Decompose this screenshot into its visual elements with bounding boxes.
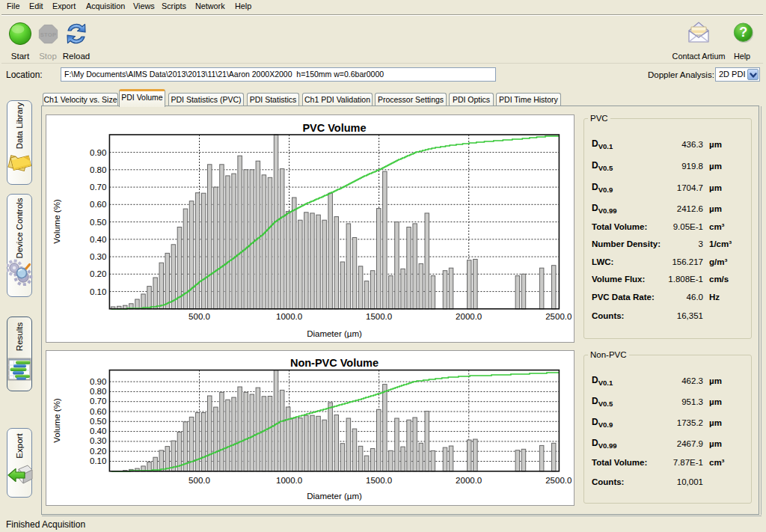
svg-text:0.20: 0.20 <box>90 269 106 278</box>
svg-text:2500.0: 2500.0 <box>545 312 572 321</box>
svg-text:0.70: 0.70 <box>90 397 106 406</box>
svg-text:Diameter (µm): Diameter (µm) <box>307 329 362 338</box>
svg-text:0.40: 0.40 <box>90 235 106 244</box>
svg-text:0.90: 0.90 <box>90 377 106 386</box>
svg-text:2000.0: 2000.0 <box>456 476 482 485</box>
svg-text:0.20: 0.20 <box>90 447 106 456</box>
svg-text:0.60: 0.60 <box>90 200 106 209</box>
svg-text:0.40: 0.40 <box>90 426 106 435</box>
svg-text:Diameter (µm): Diameter (µm) <box>307 492 362 501</box>
svg-text:1000.0: 1000.0 <box>276 476 302 485</box>
svg-text:1500.0: 1500.0 <box>366 476 392 485</box>
svg-text:500.0: 500.0 <box>189 312 210 321</box>
svg-text:1500.0: 1500.0 <box>366 312 392 321</box>
svg-text:Non-PVC Volume: Non-PVC Volume <box>290 357 379 369</box>
svg-text:?: ? <box>739 25 747 40</box>
svg-text:0.80: 0.80 <box>90 387 106 396</box>
svg-text:PVC Volume: PVC Volume <box>302 122 366 134</box>
svg-text:0.10: 0.10 <box>90 456 106 465</box>
svg-text:2000.0: 2000.0 <box>456 312 482 321</box>
svg-text:2500.0: 2500.0 <box>545 476 572 485</box>
svg-text:500.0: 500.0 <box>189 476 210 485</box>
svg-text:STOP: STOP <box>40 31 57 38</box>
svg-text:Volume (%): Volume (%) <box>52 199 61 244</box>
svg-text:0.60: 0.60 <box>90 407 106 416</box>
svg-text:0.90: 0.90 <box>90 148 106 157</box>
svg-text:0.30: 0.30 <box>90 252 106 261</box>
svg-text:0.80: 0.80 <box>90 165 106 174</box>
svg-text:0.50: 0.50 <box>90 417 106 426</box>
svg-text:0.50: 0.50 <box>90 218 106 227</box>
svg-text:1000.0: 1000.0 <box>276 312 302 321</box>
svg-text:0.10: 0.10 <box>90 287 106 296</box>
svg-text:0.70: 0.70 <box>90 183 106 192</box>
svg-text:Volume (%): Volume (%) <box>52 398 61 443</box>
svg-text:0.30: 0.30 <box>90 436 106 445</box>
